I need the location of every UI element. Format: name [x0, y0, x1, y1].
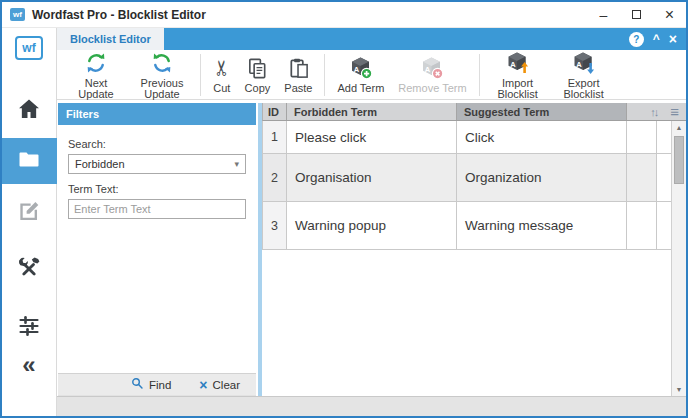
svg-text:A: A [425, 65, 431, 74]
column-header-suggested-term[interactable]: Suggested Term [457, 103, 627, 120]
clear-x-icon: × [199, 379, 207, 391]
term-text-label: Term Text: [68, 183, 246, 195]
wordfast-app-icon: wf [10, 8, 25, 21]
svg-text:A: A [510, 59, 516, 68]
cell-id: 2 [263, 154, 287, 201]
search-icon [131, 377, 144, 392]
sidebar: wf [2, 28, 57, 416]
collapse-panel-icon[interactable]: ^ [653, 33, 660, 45]
cell-suggested-term[interactable]: Organization [457, 154, 627, 201]
toolbar: Next Update Previous Update ✂ Cut [57, 50, 686, 100]
edit-icon [16, 198, 42, 228]
search-dropdown[interactable]: Forbidden ▾ [68, 154, 246, 174]
cell-forbidden-term[interactable]: Organisation [287, 154, 457, 201]
window-controls: – × [587, 2, 686, 27]
column-header-forbidden-term[interactable]: Forbidden Term [287, 103, 457, 120]
home-icon [16, 96, 42, 126]
app-window: wf Wordfast Pro - Blocklist Editor – × w… [0, 0, 688, 418]
close-tab-icon[interactable]: × [669, 33, 677, 45]
table-row[interactable]: 2 Organisation Organization [262, 154, 671, 202]
cell-extra [627, 154, 657, 201]
previous-update-button[interactable]: Previous Update [129, 49, 195, 101]
toolbar-separator [479, 54, 480, 96]
export-blocklist-button[interactable]: A Export Blocklist [551, 49, 617, 101]
cell-forbidden-term[interactable]: Warning popup [287, 202, 457, 249]
search-dropdown-value: Forbidden [75, 158, 125, 170]
filters-panel: Filters Search: Forbidden ▾ Term Text: [58, 103, 256, 396]
clipboard-icon [287, 56, 310, 80]
svg-text:A: A [576, 59, 582, 68]
paste-button[interactable]: Paste [277, 54, 319, 95]
copy-icon [246, 56, 269, 80]
add-term-cube-icon: A [349, 56, 373, 80]
sort-icon[interactable]: ↑↓ [650, 106, 657, 118]
help-icon[interactable]: ? [629, 32, 644, 47]
cell-suggested-term[interactable]: Click [457, 121, 627, 153]
import-blocklist-button[interactable]: A Import Blocklist [485, 49, 551, 101]
refresh-next-icon [84, 51, 108, 75]
import-blocklist-cube-icon: A [506, 51, 530, 75]
add-term-button[interactable]: A Add Term [330, 54, 391, 95]
close-icon[interactable]: × [653, 2, 686, 27]
toolbar-separator [200, 54, 201, 96]
filters-footer: Find × Clear [58, 373, 256, 395]
sidebar-item-editor[interactable] [16, 198, 42, 228]
table-header: ID Forbidden Term Suggested Term ↑↓ ≡ [262, 103, 686, 121]
copy-button[interactable]: Copy [238, 54, 278, 95]
svg-text:A: A [354, 65, 360, 74]
scrollbar-track[interactable] [672, 134, 686, 383]
tools-icon [17, 256, 41, 284]
cell-id: 1 [263, 121, 287, 153]
table-row[interactable]: 3 Warning popup Warning message [262, 202, 671, 250]
sidebar-item-tools[interactable] [17, 256, 41, 284]
table-body: 1 Please click Click 2 Organisation Orga… [262, 121, 671, 396]
blocklist-table: ID Forbidden Term Suggested Term ↑↓ ≡ 1 [262, 103, 686, 396]
scrollbar-thumb[interactable] [674, 136, 684, 184]
cell-id: 3 [263, 202, 287, 249]
sidebar-item-home[interactable] [16, 96, 42, 126]
title-bar: wf Wordfast Pro - Blocklist Editor – × [2, 2, 686, 28]
column-header-id[interactable]: ID [263, 103, 287, 120]
folder-icon [17, 147, 41, 175]
next-update-button[interactable]: Next Update [63, 49, 129, 101]
cell-suggested-term[interactable]: Warning message [457, 202, 627, 249]
scroll-up-icon[interactable]: ▲ [672, 121, 686, 134]
tab-bar: Blocklist Editor ? ^ × [57, 28, 686, 50]
minimize-icon[interactable]: – [587, 2, 620, 27]
sidebar-item-preferences[interactable] [17, 314, 41, 342]
chevron-down-icon: ▾ [234, 159, 239, 169]
sidebar-collapse-button[interactable]: « [22, 352, 35, 378]
clear-button[interactable]: × Clear [199, 379, 240, 391]
export-blocklist-cube-icon: A [572, 51, 596, 75]
term-text-input[interactable] [68, 199, 246, 219]
status-bar [57, 396, 686, 416]
window-title: Wordfast Pro - Blocklist Editor [32, 8, 206, 22]
cell-forbidden-term[interactable]: Please click [287, 121, 457, 153]
table-row[interactable]: 1 Please click Click [262, 121, 671, 154]
maximize-icon[interactable] [620, 2, 653, 27]
tab-bar-actions: ? ^ × [629, 28, 686, 50]
cell-extra [627, 202, 657, 249]
wordfast-logo: wf [15, 36, 43, 60]
cell-extra [627, 121, 657, 153]
sidebar-item-projects[interactable] [2, 138, 57, 184]
remove-term-button[interactable]: A Remove Term [391, 54, 473, 95]
scissors-icon: ✂ [213, 56, 231, 80]
search-label: Search: [68, 138, 246, 150]
toolbar-separator [324, 54, 325, 96]
find-button[interactable]: Find [131, 377, 171, 392]
filters-panel-title: Filters [58, 103, 256, 125]
sliders-icon [17, 314, 41, 342]
collapse-chevrons-icon: « [22, 352, 35, 378]
table-header-controls: ↑↓ ≡ [627, 103, 686, 120]
remove-term-cube-icon: A [420, 56, 444, 80]
cut-button[interactable]: ✂ Cut [206, 54, 238, 95]
vertical-scrollbar[interactable]: ▲ ▼ [671, 121, 686, 396]
hamburger-menu-icon[interactable]: ≡ [670, 103, 679, 120]
refresh-previous-icon [150, 51, 174, 75]
scroll-down-icon[interactable]: ▼ [672, 383, 686, 396]
tab-blocklist-editor[interactable]: Blocklist Editor [57, 28, 164, 50]
